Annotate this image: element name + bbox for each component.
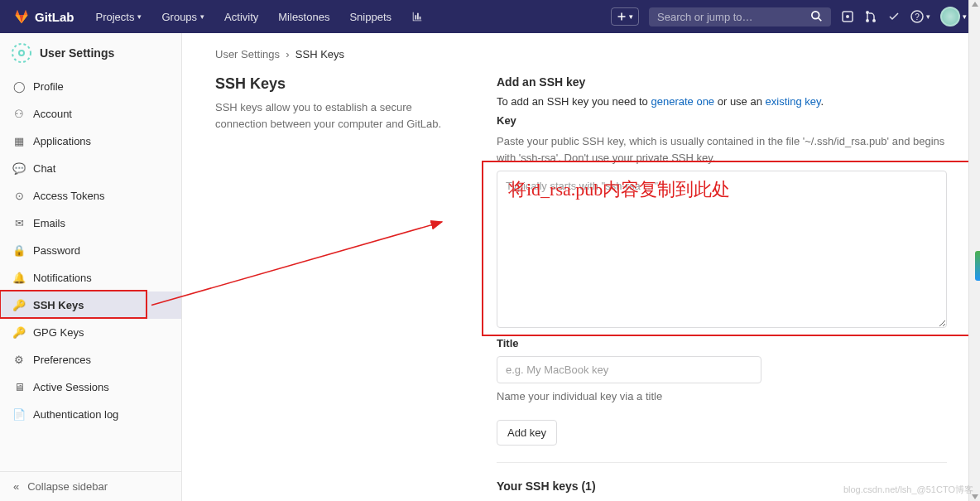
sidebar-item-auth-log[interactable]: 📄Authentication log: [0, 401, 181, 428]
chat-icon: 💬: [13, 163, 25, 175]
issues-icon[interactable]: [841, 10, 854, 23]
gitlab-icon: [13, 8, 30, 25]
sidebar-item-password[interactable]: 🔒Password: [0, 237, 181, 264]
lock-icon: 🔒: [13, 245, 25, 257]
sidebar-item-active-sessions[interactable]: 🖥Active Sessions: [0, 373, 181, 401]
topbar-left: GitLab Projects▾ Groups▾ Activity Milest…: [13, 8, 431, 25]
token-icon: ⊙: [13, 190, 25, 202]
sidebar-item-gpg-keys[interactable]: 🔑GPG Keys: [0, 319, 181, 346]
sidebar-item-access-tokens[interactable]: ⊙Access Tokens: [0, 182, 181, 210]
svg-point-4: [866, 19, 869, 22]
create-new-button[interactable]: ▾: [611, 7, 639, 26]
breadcrumb-parent[interactable]: User Settings: [215, 48, 280, 60]
plus-icon: [617, 12, 627, 22]
nav-operations[interactable]: [403, 11, 431, 22]
svg-point-5: [872, 19, 876, 22]
svg-point-8: [12, 44, 31, 62]
sidebar-item-preferences[interactable]: ⚙Preferences: [0, 346, 181, 373]
breadcrumb-current: SSH Keys: [295, 48, 344, 60]
gitlab-logo[interactable]: GitLab: [13, 8, 74, 25]
scroll-up-icon[interactable]: [972, 2, 978, 7]
watermark: blog.csdn.net/lsh_@51CTO博客: [843, 484, 973, 496]
settings-gear-icon: [12, 43, 31, 63]
title-label: Title: [497, 337, 947, 349]
svg-point-0: [812, 12, 819, 19]
breadcrumb: User Settings › SSH Keys: [215, 48, 947, 60]
todos-icon[interactable]: [887, 10, 901, 23]
collapse-icon: «: [13, 480, 19, 493]
session-icon: 🖥: [13, 382, 25, 393]
chart-icon: [411, 11, 423, 22]
topbar-right: ▾ ?▾ ▾: [611, 7, 967, 26]
nav-activity[interactable]: Activity: [216, 11, 267, 23]
key-label: Key: [497, 114, 947, 127]
bell-icon: 🔔: [13, 272, 25, 284]
sidebar-header: User Settings: [0, 33, 181, 73]
sidebar-item-profile[interactable]: ◯Profile: [0, 73, 181, 100]
key-icon: 🔑: [13, 327, 25, 339]
title-hint: Name your individual key via a title: [497, 388, 947, 405]
annotation-text: 将id_rsa.pub内容复制到此处: [508, 177, 730, 202]
sidebar-item-chat[interactable]: 💬Chat: [0, 155, 181, 182]
account-icon: ⚇: [13, 108, 25, 120]
generate-one-link[interactable]: generate one: [651, 95, 714, 108]
apps-icon: ▦: [13, 136, 25, 147]
search-input[interactable]: [657, 11, 811, 23]
search-icon: [811, 11, 823, 22]
mail-icon: ✉: [13, 218, 25, 229]
side-widget[interactable]: [975, 251, 980, 281]
user-avatar[interactable]: ▾: [940, 7, 967, 26]
brand-name: GitLab: [35, 10, 74, 24]
sidebar-title: User Settings: [40, 46, 114, 60]
chevron-down-icon: ▾: [629, 12, 633, 21]
add-key-intro: To add an SSH key you need to generate o…: [497, 95, 947, 108]
sidebar: User Settings ◯Profile ⚇Account ▦Applica…: [0, 33, 182, 501]
chevron-down-icon: ▾: [137, 12, 142, 21]
page-title: SSH Keys: [215, 75, 464, 93]
title-input[interactable]: [497, 356, 761, 383]
svg-point-2: [846, 15, 849, 18]
nav-groups[interactable]: Groups▾: [153, 11, 213, 23]
user-icon: ◯: [13, 81, 25, 93]
sidebar-item-notifications[interactable]: 🔔Notifications: [0, 264, 181, 291]
existing-key-link[interactable]: existing key: [766, 95, 821, 108]
merge-requests-icon[interactable]: [864, 10, 877, 23]
collapse-sidebar-button[interactable]: « Collapse sidebar: [0, 471, 181, 501]
svg-text:?: ?: [915, 12, 920, 22]
svg-point-9: [19, 51, 24, 55]
add-key-heading: Add an SSH key: [497, 75, 947, 89]
sidebar-item-emails[interactable]: ✉Emails: [0, 210, 181, 237]
search-box[interactable]: [649, 7, 831, 26]
add-key-button[interactable]: Add key: [497, 420, 557, 446]
help-icon[interactable]: ?▾: [910, 10, 930, 23]
log-icon: 📄: [13, 409, 25, 421]
nav-projects[interactable]: Projects▾: [88, 11, 151, 23]
nav-milestones[interactable]: Milestones: [270, 11, 338, 23]
sidebar-item-account[interactable]: ⚇Account: [0, 100, 181, 128]
page-description: SSH keys allow you to establish a secure…: [215, 99, 464, 132]
chevron-down-icon: ▾: [200, 12, 204, 21]
nav-snippets[interactable]: Snippets: [341, 11, 400, 23]
svg-point-3: [866, 11, 869, 14]
sidebar-item-applications[interactable]: ▦Applications: [0, 128, 181, 155]
preferences-icon: ⚙: [13, 354, 25, 366]
topbar: GitLab Projects▾ Groups▾ Activity Milest…: [0, 0, 980, 33]
annotation-box-sidebar: [0, 290, 147, 319]
